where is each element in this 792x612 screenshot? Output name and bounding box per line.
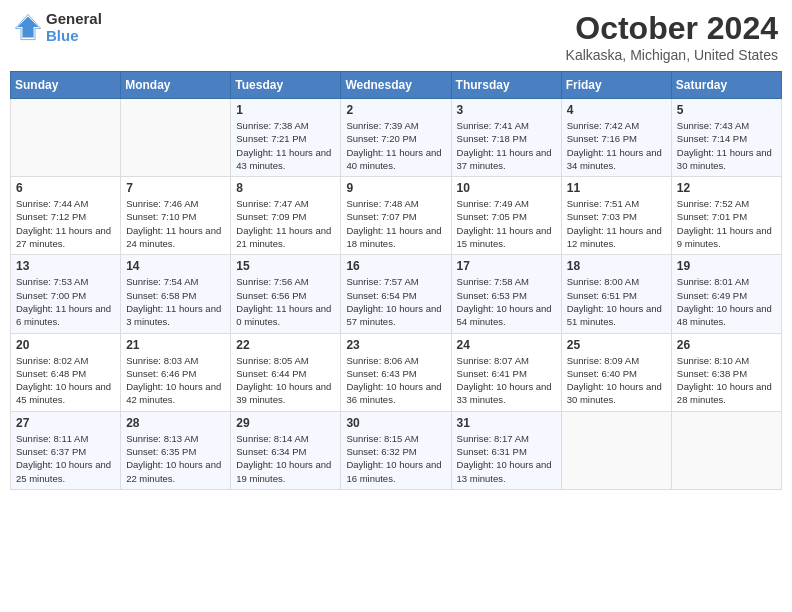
day-number: 14 — [126, 259, 225, 273]
day-number: 26 — [677, 338, 776, 352]
day-number: 23 — [346, 338, 445, 352]
calendar-day-14: 14Sunrise: 7:54 AMSunset: 6:58 PMDayligh… — [121, 255, 231, 333]
weekday-header-wednesday: Wednesday — [341, 72, 451, 99]
page-header: General Blue October 2024 Kalkaska, Mich… — [10, 10, 782, 63]
day-info: Sunrise: 7:47 AMSunset: 7:09 PMDaylight:… — [236, 197, 335, 250]
day-number: 31 — [457, 416, 556, 430]
calendar-empty-cell — [11, 99, 121, 177]
day-number: 4 — [567, 103, 666, 117]
calendar-week-row: 13Sunrise: 7:53 AMSunset: 7:00 PMDayligh… — [11, 255, 782, 333]
calendar-day-27: 27Sunrise: 8:11 AMSunset: 6:37 PMDayligh… — [11, 411, 121, 489]
day-info: Sunrise: 8:15 AMSunset: 6:32 PMDaylight:… — [346, 432, 445, 485]
weekday-header-row: SundayMondayTuesdayWednesdayThursdayFrid… — [11, 72, 782, 99]
weekday-header-saturday: Saturday — [671, 72, 781, 99]
calendar-day-12: 12Sunrise: 7:52 AMSunset: 7:01 PMDayligh… — [671, 177, 781, 255]
calendar-day-24: 24Sunrise: 8:07 AMSunset: 6:41 PMDayligh… — [451, 333, 561, 411]
calendar-day-8: 8Sunrise: 7:47 AMSunset: 7:09 PMDaylight… — [231, 177, 341, 255]
day-number: 9 — [346, 181, 445, 195]
calendar-table: SundayMondayTuesdayWednesdayThursdayFrid… — [10, 71, 782, 490]
day-info: Sunrise: 8:11 AMSunset: 6:37 PMDaylight:… — [16, 432, 115, 485]
calendar-day-9: 9Sunrise: 7:48 AMSunset: 7:07 PMDaylight… — [341, 177, 451, 255]
day-info: Sunrise: 8:14 AMSunset: 6:34 PMDaylight:… — [236, 432, 335, 485]
calendar-day-1: 1Sunrise: 7:38 AMSunset: 7:21 PMDaylight… — [231, 99, 341, 177]
day-info: Sunrise: 7:48 AMSunset: 7:07 PMDaylight:… — [346, 197, 445, 250]
day-info: Sunrise: 7:44 AMSunset: 7:12 PMDaylight:… — [16, 197, 115, 250]
calendar-day-17: 17Sunrise: 7:58 AMSunset: 6:53 PMDayligh… — [451, 255, 561, 333]
day-number: 15 — [236, 259, 335, 273]
day-number: 24 — [457, 338, 556, 352]
day-info: Sunrise: 7:42 AMSunset: 7:16 PMDaylight:… — [567, 119, 666, 172]
day-info: Sunrise: 8:02 AMSunset: 6:48 PMDaylight:… — [16, 354, 115, 407]
calendar-day-15: 15Sunrise: 7:56 AMSunset: 6:56 PMDayligh… — [231, 255, 341, 333]
calendar-day-4: 4Sunrise: 7:42 AMSunset: 7:16 PMDaylight… — [561, 99, 671, 177]
calendar-day-2: 2Sunrise: 7:39 AMSunset: 7:20 PMDaylight… — [341, 99, 451, 177]
day-number: 25 — [567, 338, 666, 352]
calendar-week-row: 1Sunrise: 7:38 AMSunset: 7:21 PMDaylight… — [11, 99, 782, 177]
day-number: 2 — [346, 103, 445, 117]
weekday-header-friday: Friday — [561, 72, 671, 99]
day-info: Sunrise: 7:52 AMSunset: 7:01 PMDaylight:… — [677, 197, 776, 250]
day-number: 21 — [126, 338, 225, 352]
day-number: 8 — [236, 181, 335, 195]
day-number: 17 — [457, 259, 556, 273]
day-info: Sunrise: 8:01 AMSunset: 6:49 PMDaylight:… — [677, 275, 776, 328]
day-info: Sunrise: 7:38 AMSunset: 7:21 PMDaylight:… — [236, 119, 335, 172]
day-info: Sunrise: 8:07 AMSunset: 6:41 PMDaylight:… — [457, 354, 556, 407]
calendar-empty-cell — [671, 411, 781, 489]
day-number: 6 — [16, 181, 115, 195]
day-info: Sunrise: 7:49 AMSunset: 7:05 PMDaylight:… — [457, 197, 556, 250]
weekday-header-sunday: Sunday — [11, 72, 121, 99]
day-number: 28 — [126, 416, 225, 430]
day-number: 29 — [236, 416, 335, 430]
day-info: Sunrise: 7:51 AMSunset: 7:03 PMDaylight:… — [567, 197, 666, 250]
calendar-empty-cell — [561, 411, 671, 489]
day-info: Sunrise: 8:09 AMSunset: 6:40 PMDaylight:… — [567, 354, 666, 407]
day-number: 13 — [16, 259, 115, 273]
day-number: 12 — [677, 181, 776, 195]
logo-icon — [14, 13, 42, 41]
day-number: 3 — [457, 103, 556, 117]
weekday-header-thursday: Thursday — [451, 72, 561, 99]
weekday-header-monday: Monday — [121, 72, 231, 99]
logo: General Blue — [14, 10, 102, 44]
day-info: Sunrise: 8:17 AMSunset: 6:31 PMDaylight:… — [457, 432, 556, 485]
day-number: 30 — [346, 416, 445, 430]
weekday-header-tuesday: Tuesday — [231, 72, 341, 99]
calendar-day-11: 11Sunrise: 7:51 AMSunset: 7:03 PMDayligh… — [561, 177, 671, 255]
calendar-day-10: 10Sunrise: 7:49 AMSunset: 7:05 PMDayligh… — [451, 177, 561, 255]
day-number: 19 — [677, 259, 776, 273]
calendar-day-19: 19Sunrise: 8:01 AMSunset: 6:49 PMDayligh… — [671, 255, 781, 333]
day-info: Sunrise: 7:43 AMSunset: 7:14 PMDaylight:… — [677, 119, 776, 172]
calendar-day-20: 20Sunrise: 8:02 AMSunset: 6:48 PMDayligh… — [11, 333, 121, 411]
location: Kalkaska, Michigan, United States — [566, 47, 778, 63]
title-block: October 2024 Kalkaska, Michigan, United … — [566, 10, 778, 63]
calendar-day-5: 5Sunrise: 7:43 AMSunset: 7:14 PMDaylight… — [671, 99, 781, 177]
calendar-day-28: 28Sunrise: 8:13 AMSunset: 6:35 PMDayligh… — [121, 411, 231, 489]
logo-text: General Blue — [46, 10, 102, 44]
day-number: 16 — [346, 259, 445, 273]
day-number: 1 — [236, 103, 335, 117]
day-info: Sunrise: 7:39 AMSunset: 7:20 PMDaylight:… — [346, 119, 445, 172]
calendar-week-row: 6Sunrise: 7:44 AMSunset: 7:12 PMDaylight… — [11, 177, 782, 255]
calendar-day-25: 25Sunrise: 8:09 AMSunset: 6:40 PMDayligh… — [561, 333, 671, 411]
day-info: Sunrise: 8:06 AMSunset: 6:43 PMDaylight:… — [346, 354, 445, 407]
day-number: 20 — [16, 338, 115, 352]
day-info: Sunrise: 7:57 AMSunset: 6:54 PMDaylight:… — [346, 275, 445, 328]
day-info: Sunrise: 7:58 AMSunset: 6:53 PMDaylight:… — [457, 275, 556, 328]
month-title: October 2024 — [566, 10, 778, 47]
day-info: Sunrise: 7:54 AMSunset: 6:58 PMDaylight:… — [126, 275, 225, 328]
day-number: 10 — [457, 181, 556, 195]
calendar-day-16: 16Sunrise: 7:57 AMSunset: 6:54 PMDayligh… — [341, 255, 451, 333]
calendar-day-31: 31Sunrise: 8:17 AMSunset: 6:31 PMDayligh… — [451, 411, 561, 489]
calendar-empty-cell — [121, 99, 231, 177]
day-info: Sunrise: 7:56 AMSunset: 6:56 PMDaylight:… — [236, 275, 335, 328]
calendar-day-22: 22Sunrise: 8:05 AMSunset: 6:44 PMDayligh… — [231, 333, 341, 411]
day-info: Sunrise: 8:00 AMSunset: 6:51 PMDaylight:… — [567, 275, 666, 328]
calendar-day-7: 7Sunrise: 7:46 AMSunset: 7:10 PMDaylight… — [121, 177, 231, 255]
day-number: 5 — [677, 103, 776, 117]
calendar-day-13: 13Sunrise: 7:53 AMSunset: 7:00 PMDayligh… — [11, 255, 121, 333]
calendar-week-row: 20Sunrise: 8:02 AMSunset: 6:48 PMDayligh… — [11, 333, 782, 411]
calendar-day-18: 18Sunrise: 8:00 AMSunset: 6:51 PMDayligh… — [561, 255, 671, 333]
day-info: Sunrise: 7:41 AMSunset: 7:18 PMDaylight:… — [457, 119, 556, 172]
day-number: 11 — [567, 181, 666, 195]
